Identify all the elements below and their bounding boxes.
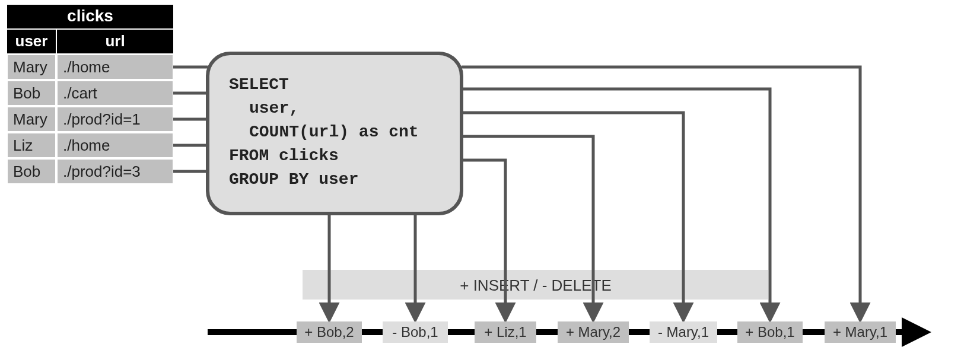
sql-line: FROM clicks [229, 147, 339, 165]
event-box: + Bob,1 [737, 321, 803, 343]
cell-url: ./prod?id=3 [63, 163, 141, 180]
table-title: clicks [67, 7, 113, 25]
table-to-sql-connectors [173, 67, 208, 171]
cell-user: Bob [13, 163, 40, 180]
table-row: Bob ./prod?id=3 [7, 159, 173, 184]
table-row: Bob ./cart [7, 81, 173, 106]
event-label: + Mary,2 [566, 324, 621, 340]
event-box: - Mary,1 [650, 321, 717, 343]
event-label: + Bob,1 [745, 324, 794, 340]
cell-user: Mary [13, 58, 47, 76]
cell-url: ./prod?id=1 [63, 110, 141, 128]
event-box: + Mary,1 [825, 321, 896, 343]
legend-text: + INSERT / - DELETE [460, 276, 612, 294]
event-label: + Mary,1 [833, 324, 887, 340]
event-label: - Mary,1 [658, 324, 709, 340]
clicks-table: clicks user url Mary ./home Bob ./cart M… [7, 5, 173, 184]
event-label: + Bob,2 [304, 324, 354, 340]
sql-line: COUNT(url) as cnt [249, 123, 419, 141]
table-row: Liz ./home [7, 133, 173, 158]
cell-user: Bob [13, 84, 40, 102]
cell-user: Liz [13, 136, 33, 154]
sql-line: SELECT [229, 75, 289, 94]
cell-url: ./cart [63, 84, 98, 102]
sql-box: SELECT user, COUNT(url) as cnt FROM clic… [208, 53, 462, 214]
event-box: - Bob,1 [383, 321, 448, 343]
event-label: + Liz,1 [484, 324, 526, 340]
event-label: - Bob,1 [392, 324, 438, 340]
cell-user: Mary [13, 110, 47, 128]
cell-url: ./home [63, 136, 110, 154]
event-box: + Mary,2 [558, 321, 629, 343]
sql-line: user, [249, 99, 299, 117]
col-header-url: url [105, 32, 125, 50]
cell-url: ./home [63, 58, 110, 76]
table-row: Mary ./prod?id=1 [7, 107, 173, 132]
table-row: Mary ./home [7, 55, 173, 79]
sql-line: GROUP BY user [229, 170, 358, 189]
col-header-user: user [15, 32, 48, 50]
event-box: + Bob,2 [297, 321, 362, 343]
event-box: + Liz,1 [475, 321, 536, 343]
